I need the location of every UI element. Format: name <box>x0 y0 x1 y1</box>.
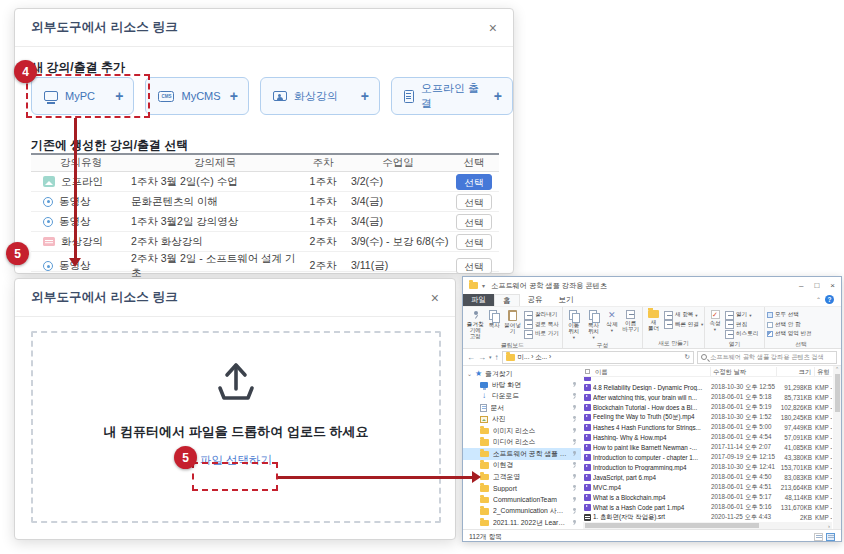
file-row[interactable]: Hashing- Why & How.mp4 2018-06-01 오후 4:5… <box>583 432 832 442</box>
close-icon[interactable]: × <box>489 21 497 35</box>
header-name[interactable]: 이름 <box>593 367 711 376</box>
file-type-icon <box>584 494 591 501</box>
open-button[interactable]: 열기▾ <box>725 311 761 320</box>
sidebar-item[interactable]: 미디어 리소스 <box>463 437 581 449</box>
search-box[interactable]: 소프트웨어 공학 샘플 강좌용 콘텐츠 검색 <box>697 351 837 364</box>
ribbon-tab[interactable]: 보기 <box>551 294 582 306</box>
file-row[interactable]: Feeling the Way to Truth (50분).mp4 2018-… <box>583 412 832 422</box>
vertical-scrollbar[interactable]: ⌃ <box>833 366 841 529</box>
file-row[interactable]: What is a Blockchain.mp4 2018-06-01 오후 5… <box>583 492 832 502</box>
history-button[interactable]: 히스토리 <box>725 330 761 339</box>
file-row[interactable]: Introduction to Programming.mp4 2018-10-… <box>583 462 832 472</box>
sidebar-item[interactable]: Support <box>463 483 581 495</box>
move-to-button[interactable]: 이동 위치▾ <box>565 308 583 340</box>
horizontal-scrollbar[interactable]: › <box>583 522 832 529</box>
edit-button[interactable]: 편집 <box>725 321 761 330</box>
scroll-up-icon[interactable]: ⌃ <box>835 366 839 373</box>
select-button[interactable]: 선택 <box>456 214 492 230</box>
paste-shortcut-button[interactable]: 바로 가기 붙여넣기 <box>524 330 560 339</box>
sidebar-quick-access[interactable]: ⌄ ★ 즐겨찾기 <box>463 368 581 379</box>
file-row[interactable]: MVC.mp4 2018-06-01 오후 4:51 213,664KB KMP… <box>583 482 832 492</box>
add-source-button[interactable]: 오프라인 출결 + <box>391 77 513 115</box>
sidebar-item[interactable]: 바탕 화면 <box>463 379 581 391</box>
refresh-icon[interactable]: ↻ <box>685 353 690 361</box>
cut-button[interactable]: 잘라내기 <box>524 311 560 320</box>
file-row[interactable]: JavaScript, part 6.mp4 2018-06-01 오후 4:5… <box>583 472 832 482</box>
select-button[interactable]: 선택 <box>456 194 492 210</box>
recent-locations-icon[interactable]: ▾ <box>489 354 492 360</box>
file-row[interactable]: What is a Hash Code part 1.mp4 2018-06-0… <box>583 502 832 512</box>
thumbnail-view-icon[interactable] <box>826 533 835 541</box>
add-source-label: MyCMS <box>181 90 220 102</box>
sidebar-item[interactable]: 다운로드 <box>463 391 581 403</box>
rename-button[interactable]: 이름 바꾸기 <box>621 308 640 332</box>
file-row[interactable]: Blockchain Tutorial - How does a Bl... 2… <box>583 402 832 412</box>
sidebar-item[interactable]: 2021.11. 2022년 LearningX 고도화 <box>463 517 581 529</box>
delete-button[interactable]: 삭제▾ <box>604 308 619 333</box>
file-size: 102,826KB <box>777 404 815 411</box>
header-size[interactable]: 크기 <box>777 367 815 376</box>
properties-button[interactable]: 속성▾ <box>707 308 723 332</box>
file-type-icon <box>584 514 591 521</box>
select-button[interactable]: 선택 <box>456 234 492 250</box>
sidebar-item[interactable]: 이현경 <box>463 460 581 472</box>
file-size: 48,114KB <box>777 494 815 501</box>
minimize-icon[interactable]: – <box>799 281 803 290</box>
scroll-right-icon[interactable]: › <box>828 523 832 529</box>
details-view-icon[interactable] <box>814 533 823 541</box>
add-source-button[interactable]: 화상강의 + <box>260 77 380 115</box>
explorer-titlebar[interactable]: ▾ 소프트웨어 공학 샘플 강좌용 콘텐츠 – □ × <box>463 277 841 294</box>
select-button[interactable]: 선택 <box>456 174 492 190</box>
lecture-rows: 오프라인 1주차 3월 2일(수) 수업 1주차 3/2(수) 선택 동영상 문… <box>31 172 499 272</box>
file-row[interactable]: Hashes 4 Hash Functions for Strings... 2… <box>583 422 832 432</box>
collapse-ribbon-icon[interactable]: ⌃ <box>816 296 821 303</box>
select-all-checkbox[interactable] <box>585 369 590 374</box>
sidebar-item[interactable]: 사진 <box>463 414 581 426</box>
sidebar-item[interactable]: 이미지 리소스 <box>463 425 581 437</box>
select-all-button[interactable]: 모두 선택 <box>767 311 833 320</box>
breadcrumb-path[interactable]: 미... › 소... › <box>518 353 552 362</box>
header-type[interactable]: 유형 <box>815 367 832 376</box>
close-icon[interactable]: × <box>431 291 439 305</box>
new-folder-button[interactable]: 새 폴더 <box>645 308 662 331</box>
file-row[interactable]: 1. 홈화면(자막 작업용).srt 2020-11-25 오후 4:43 2K… <box>583 512 832 522</box>
file-dropzone[interactable]: 내 컴퓨터에서 파일을 드롭하여 업로드 하세요 파일 선택하기 <box>31 331 441 523</box>
up-icon[interactable]: ↑ <box>495 353 499 362</box>
copy-button[interactable]: 복사 <box>488 308 502 328</box>
header-modified[interactable]: 수정한 날짜 <box>711 367 777 376</box>
pin-to-quickaccess-button[interactable]: 즐겨찾기에 고정 <box>465 308 486 340</box>
ribbon-tab[interactable]: 홈 <box>494 294 520 306</box>
item-count: 112개 항목 <box>469 532 502 542</box>
scrollbar-thumb[interactable] <box>835 374 840 412</box>
back-icon[interactable]: ← <box>467 353 475 362</box>
sidebar-item[interactable]: 2_Communication 사업부 <box>463 506 581 518</box>
file-row[interactable]: 4.8 Reliability Design - Dynamic Prog...… <box>583 382 832 392</box>
sidebar-item[interactable]: 문서 <box>463 402 581 414</box>
chevron-down-icon[interactable]: ⌄ <box>467 370 472 377</box>
copy-path-button[interactable]: 경로 복사 <box>524 321 560 330</box>
quick-access-toolbar-icon[interactable]: ▾ <box>482 282 485 289</box>
help-icon[interactable]: ? <box>825 295 834 304</box>
sidebar-item[interactable]: 소프트웨어 공학 샘플 강좌용 콘텐츠 <box>463 448 581 460</box>
new-item-button[interactable]: 새 항목▾ <box>664 311 702 320</box>
file-row[interactable]: Introduction to computer - chapter 1... … <box>583 452 832 462</box>
select-button[interactable]: 선택 <box>456 258 492 274</box>
add-source-button[interactable]: MyCMS + <box>145 77 248 115</box>
close-icon[interactable]: × <box>830 281 835 290</box>
sidebar-item[interactable]: CommunicationTeam <box>463 494 581 506</box>
forward-icon[interactable]: → <box>478 353 486 362</box>
easy-access-button[interactable]: 빠른 연결▾ <box>664 321 702 330</box>
ribbon-tab[interactable]: 공유 <box>520 294 551 306</box>
select-none-button[interactable]: 선택 안 함 <box>767 321 833 330</box>
file-modified: 2018-06-01 오후 5:16 <box>711 503 777 512</box>
file-row[interactable]: After watching this, your brain will n..… <box>583 392 832 402</box>
group-label-select: 선택 <box>767 339 835 349</box>
paste-button[interactable]: 붙여넣기 <box>503 308 522 334</box>
breadcrumb[interactable]: 미... › 소... › ↻ <box>502 351 694 364</box>
scrollbar-thumb[interactable] <box>585 523 759 528</box>
invert-selection-button[interactable]: 선택 영역 반전 <box>767 330 833 339</box>
copy-to-button[interactable]: 복사 위치▾ <box>585 308 603 340</box>
file-row[interactable]: How to paint like Barnett Newman -... 20… <box>583 442 832 452</box>
ribbon-tab[interactable]: 파일 <box>463 294 494 306</box>
maximize-icon[interactable]: □ <box>814 281 819 290</box>
